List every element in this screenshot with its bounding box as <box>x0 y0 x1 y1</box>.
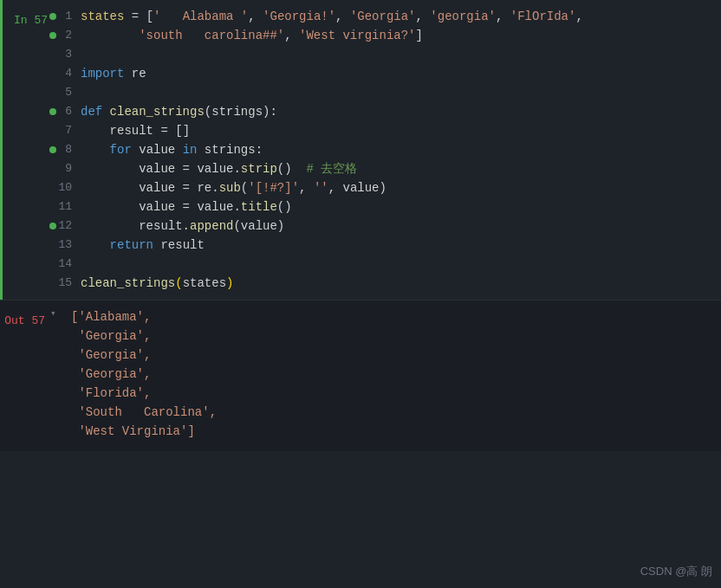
code-area[interactable]: states = [' Alabama ', 'Georgia!', 'Geor… <box>77 0 721 300</box>
watermark: CSDN @高 朗 <box>640 564 712 579</box>
code-token: ' <box>241 10 248 23</box>
code-token: import <box>81 67 124 81</box>
code-token: value <box>132 143 183 157</box>
code-token: 'georgia' <box>430 10 496 23</box>
code-token <box>81 29 139 42</box>
code-line: def clean_strings(strings): <box>81 102 714 121</box>
line-number: 8 <box>53 140 77 159</box>
code-token: 'Georgia' <box>350 10 416 23</box>
code-line: clean_strings(states) <box>81 274 714 293</box>
code-token: , <box>284 29 299 42</box>
line-number: 2 <box>53 26 77 45</box>
line-number: 7 <box>53 121 77 140</box>
code-line: return result <box>81 236 714 255</box>
fold-marker <box>49 146 56 153</box>
code-token: result <box>81 124 153 138</box>
code-token: , <box>335 10 350 23</box>
fold-marker <box>49 223 56 229</box>
code-token: ) <box>226 276 233 290</box>
fold-marker <box>49 108 56 115</box>
code-token: in <box>183 143 198 157</box>
output-line: 'South Carolina', <box>71 403 714 422</box>
code-token <box>81 238 110 252</box>
code-token: clean_strings <box>81 276 175 290</box>
code-token: strings: <box>197 143 263 157</box>
code-line: result = [] <box>81 121 714 140</box>
code-token: for <box>110 143 132 157</box>
code-line: 'south carolina##', 'West virginia?'] <box>81 26 714 45</box>
output-line: 'Georgia', <box>71 365 714 384</box>
code-line: value = value.strip() # 去空格 <box>81 159 714 178</box>
input-label: In 57 <box>3 7 53 27</box>
fold-marker <box>49 32 56 39</box>
line-number: 13 <box>53 236 77 255</box>
code-token: , <box>299 181 314 195</box>
code-token: 'south carolina##' <box>139 29 284 42</box>
code-token: ( <box>205 105 211 119</box>
code-line: value = value.title() <box>81 197 714 216</box>
output-line: ['Alabama', <box>71 307 714 326</box>
line-number: 3 <box>53 45 77 64</box>
code-token: 'Georgia!' <box>263 10 335 23</box>
code-line <box>81 83 714 102</box>
code-token: , value) <box>328 181 386 195</box>
code-token: ( <box>241 181 248 195</box>
code-line: states = [' Alabama ', 'Georgia!', 'Geor… <box>81 7 714 26</box>
code-token: strip <box>241 162 277 176</box>
code-token: def <box>81 105 110 119</box>
line-numbers: 123456789101112131415 <box>53 0 77 300</box>
code-token: ): <box>263 105 277 119</box>
code-token: () <box>277 200 292 214</box>
line-number: 15 <box>53 274 77 293</box>
code-token: (value) <box>233 219 284 233</box>
code-token: = <box>153 124 175 138</box>
code-token: result. <box>81 219 190 233</box>
code-token: ] <box>415 29 422 42</box>
out-label-area: Out 57 <box>0 300 50 451</box>
cell-label-area: In 57 <box>3 0 53 300</box>
code-token: '[!#?]' <box>248 181 299 195</box>
collapse-button[interactable]: ▾ <box>50 300 68 451</box>
code-token: () <box>277 162 307 176</box>
code-token: value = re. <box>81 181 219 195</box>
code-token: # 去空格 <box>306 162 357 176</box>
output-line: 'Georgia', <box>71 326 714 346</box>
code-token: , <box>248 10 263 23</box>
line-number: 9 <box>53 159 77 178</box>
line-number: 5 <box>53 83 77 102</box>
code-token: , <box>575 10 582 23</box>
code-token: '' <box>314 181 328 195</box>
code-token: return <box>110 238 153 252</box>
line-number: 4 <box>53 64 77 83</box>
line-number: 1 <box>53 7 77 26</box>
code-token: 'FlOrIda' <box>510 10 576 23</box>
code-token: clean_strings <box>110 105 205 119</box>
input-cell: In 57 123456789101112131415 states = [' … <box>0 0 721 300</box>
output-line: 'Florida', <box>71 384 714 403</box>
code-token: strings <box>211 105 263 119</box>
code-token: , <box>416 10 431 23</box>
line-number: 12 <box>53 216 77 236</box>
code-line <box>81 255 714 274</box>
code-token: ( <box>175 276 182 290</box>
code-line: for value in strings: <box>81 140 714 159</box>
line-number: 10 <box>53 178 77 197</box>
code-line <box>81 45 714 64</box>
code-line: value = re.sub('[!#?]', '', value) <box>81 178 714 197</box>
output-label: Out 57 <box>0 307 50 327</box>
output-cell: Out 57 ▾ ['Alabama', 'Georgia', 'Georgia… <box>0 300 721 451</box>
code-token: states <box>81 10 124 23</box>
code-token: value = value. <box>81 200 241 214</box>
code-line: import re <box>81 64 714 83</box>
code-token: value = value. <box>81 162 241 176</box>
code-token: sub <box>219 181 241 195</box>
code-token: append <box>190 219 233 233</box>
output-line: 'Georgia', <box>71 346 714 365</box>
code-line: result.append(value) <box>81 216 714 236</box>
line-number: 14 <box>53 255 77 274</box>
line-number: 11 <box>53 197 77 216</box>
output-content: ['Alabama', 'Georgia', 'Georgia', 'Georg… <box>68 300 721 451</box>
notebook: In 57 123456789101112131415 states = [' … <box>0 0 721 588</box>
code-token: Alabama <box>160 10 240 23</box>
code-token: = [ <box>124 10 153 23</box>
